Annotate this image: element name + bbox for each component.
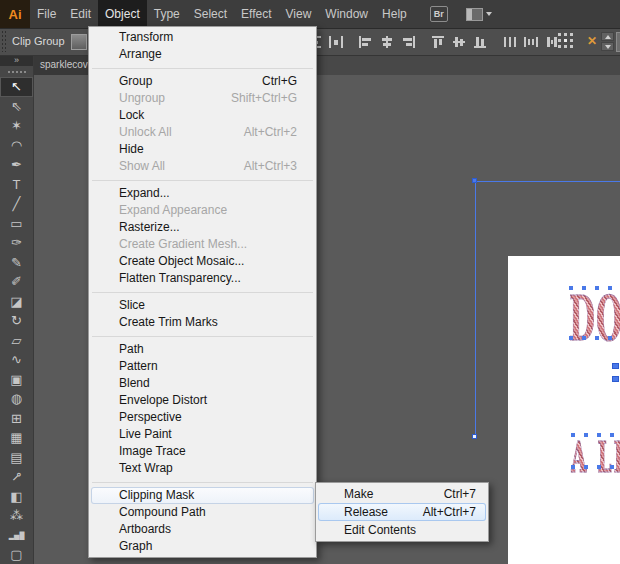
vertical-align-top-button[interactable]	[427, 30, 448, 54]
menu-item-create-gradient-mesh[interactable]: Create Gradient Mesh...	[89, 236, 316, 253]
horizontal-align-right-button[interactable]	[397, 30, 418, 54]
artwork-text-line2[interactable]: A LIT	[571, 436, 620, 478]
menu-item-hide[interactable]: Hide	[89, 141, 316, 158]
vertical-align-center-button[interactable]	[448, 30, 469, 54]
free-transform-tool[interactable]: ▣	[0, 370, 33, 390]
menubar-item-file[interactable]: File	[30, 0, 63, 28]
horizontal-distribute-center-button[interactable]	[520, 30, 541, 54]
menu-bar: Ai File Edit Object Type	[0, 0, 620, 29]
menu-item-ungroup[interactable]: Ungroup Shift+Ctrl+G	[89, 90, 316, 107]
stepper-down-button[interactable]	[601, 42, 614, 51]
menubar-item-select[interactable]: Select	[187, 0, 234, 28]
scale-tool[interactable]: ▱	[0, 331, 33, 351]
recolor-artwork-button[interactable]: ✕	[584, 32, 600, 50]
horizontal-distribute-left-button[interactable]	[499, 30, 520, 54]
control-input-partial[interactable]	[616, 32, 620, 52]
eyedropper-tool[interactable]: ⊸	[0, 467, 33, 487]
type-tool[interactable]: T	[0, 175, 33, 195]
menu-item-compound-path[interactable]: Compound Path	[89, 504, 316, 521]
menubar-item-object[interactable]: Object	[98, 0, 147, 28]
menu-item-envelope-distort[interactable]: Envelope Distort	[89, 392, 316, 409]
selection-anchor[interactable]	[472, 434, 477, 439]
selection-tool[interactable]: ↖	[0, 77, 33, 97]
menu-item-flatten-transparency[interactable]: Flatten Transparency...	[89, 270, 316, 287]
menu-item-perspective[interactable]: Perspective	[89, 409, 316, 426]
menu-item-blend[interactable]: Blend	[89, 375, 316, 392]
menu-item-label: Unlock All	[119, 124, 172, 141]
selection-anchor[interactable]	[612, 363, 619, 369]
menu-item-create-trim-marks[interactable]: Create Trim Marks	[89, 314, 316, 331]
menu-item-pattern[interactable]: Pattern	[89, 358, 316, 375]
menu-item-show-all[interactable]: Show All Alt+Ctrl+3	[89, 158, 316, 175]
pencil-tool[interactable]: ✎	[0, 253, 33, 273]
menu-item-slice[interactable]: Slice	[89, 297, 316, 314]
menu-item-label: Artboards	[119, 521, 171, 538]
menu-item-label: Hide	[119, 141, 144, 158]
tool-icon: ▤	[10, 451, 22, 464]
tool-icon: ▱	[12, 334, 22, 347]
menu-item-image-trace[interactable]: Image Trace	[89, 443, 316, 460]
menu-item-expand[interactable]: Expand...	[89, 185, 316, 202]
selection-type-label: Clip Group	[12, 28, 65, 55]
artwork-text-line1[interactable]: DON	[569, 289, 620, 351]
menu-item-artboards[interactable]: Artboards	[89, 521, 316, 538]
horizontal-distribute-space-button[interactable]	[325, 30, 346, 54]
tool-icon: ✐	[11, 275, 22, 288]
menubar-item-edit[interactable]: Edit	[63, 0, 98, 28]
menubar-item-type[interactable]: Type	[147, 0, 187, 28]
workspace-switcher[interactable]	[466, 8, 492, 21]
gradient-tool[interactable]: ▤	[0, 448, 33, 468]
menu-item-expand-appearance[interactable]: Expand Appearance	[89, 202, 316, 219]
menu-item-graph[interactable]: Graph	[89, 538, 316, 555]
align-to-button[interactable]	[556, 32, 575, 50]
panel-collapse-button[interactable]: »	[0, 55, 33, 66]
menubar-item-help[interactable]: Help	[375, 0, 414, 28]
menu-item-unlock-all[interactable]: Unlock All Alt+Ctrl+2	[89, 124, 316, 141]
submenu-item-release[interactable]: Release Alt+Ctrl+7	[318, 503, 486, 521]
pen-tool[interactable]: ✒	[0, 155, 33, 175]
control-bar-grip[interactable]	[1, 30, 6, 52]
menu-item-transform[interactable]: Transform	[89, 29, 316, 46]
artboard-tool[interactable]: ▢	[0, 545, 33, 564]
vertical-align-bottom-button[interactable]	[469, 30, 490, 54]
submenu-item-make[interactable]: Make Ctrl+7	[316, 485, 488, 503]
submenu-item-edit-contents[interactable]: Edit Contents	[316, 521, 488, 539]
menu-item-arrange[interactable]: Arrange	[89, 46, 316, 63]
direct-selection-tool[interactable]: ⇖	[0, 97, 33, 117]
stepper-up-button[interactable]	[601, 32, 614, 41]
menubar-item-window[interactable]: Window	[318, 0, 375, 28]
mesh-tool[interactable]: ▦	[0, 428, 33, 448]
shape-builder-tool[interactable]: ◍	[0, 389, 33, 409]
menu-item-clipping-mask[interactable]: Clipping Mask	[91, 487, 314, 504]
eraser-tool[interactable]: ◪	[0, 292, 33, 312]
menu-item-group[interactable]: Group Ctrl+G	[89, 73, 316, 90]
line-segment-tool[interactable]: ╱	[0, 194, 33, 214]
bridge-button[interactable]: Br	[430, 6, 448, 22]
blob-brush-tool[interactable]: ✐	[0, 272, 33, 292]
magic-wand-tool[interactable]: ✶	[0, 116, 33, 136]
horizontal-align-left-button[interactable]	[355, 30, 376, 54]
paintbrush-tool[interactable]: ✑	[0, 233, 33, 253]
rotate-tool[interactable]: ↻	[0, 311, 33, 331]
menubar-item-effect[interactable]: Effect	[234, 0, 278, 28]
symbol-sprayer-tool[interactable]: ⁂	[0, 506, 33, 526]
rectangle-tool[interactable]: ▭	[0, 214, 33, 234]
panel-grip[interactable]	[7, 68, 26, 75]
horizontal-align-center-button[interactable]	[376, 30, 397, 54]
width-tool[interactable]: ∿	[0, 350, 33, 370]
menu-item-text-wrap[interactable]: Text Wrap	[89, 460, 316, 477]
menu-item-lock[interactable]: Lock	[89, 107, 316, 124]
menu-item-create-object-mosaic[interactable]: Create Object Mosaic...	[89, 253, 316, 270]
selection-anchor[interactable]	[472, 178, 477, 183]
menu-item-path[interactable]: Path	[89, 341, 316, 358]
menu-item-rasterize[interactable]: Rasterize...	[89, 219, 316, 236]
menu-item-live-paint[interactable]: Live Paint	[89, 426, 316, 443]
lasso-tool[interactable]: ◠	[0, 136, 33, 156]
blend-tool[interactable]: ◧	[0, 487, 33, 507]
submenu-item-label: Edit Contents	[344, 521, 416, 539]
menubar-item-view[interactable]: View	[279, 0, 319, 28]
perspective-grid-tool[interactable]: ⊞	[0, 409, 33, 429]
selection-anchor[interactable]	[612, 376, 619, 382]
column-graph-tool[interactable]: ▂▅█	[0, 526, 33, 546]
menubar-item-label: Type	[154, 7, 180, 21]
